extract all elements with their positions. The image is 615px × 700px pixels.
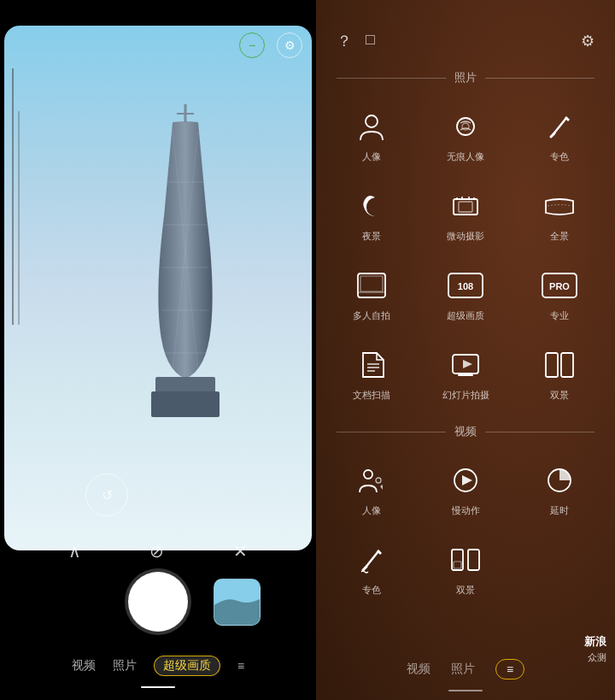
photo-mode-unblemished[interactable]: 无痕人像: [419, 97, 512, 174]
svg-text:PRO: PRO: [549, 281, 570, 291]
video-line-right: [485, 432, 594, 432]
superquality-icon: 108: [447, 267, 484, 304]
v-portrait-icon: [353, 462, 390, 499]
svg-rect-25: [358, 274, 385, 297]
photo-thumbnail[interactable]: [214, 579, 261, 626]
svg-text:108: 108: [458, 281, 473, 291]
slideshow-label: 幻灯片拍摄: [442, 389, 489, 402]
svg-rect-49: [454, 562, 461, 568]
svg-rect-24: [459, 202, 472, 212]
photo-mode-docscan[interactable]: 文档扫描: [325, 336, 419, 412]
unblemished-label: 无痕人像: [447, 150, 484, 163]
camera-panel: − ⚙ ↺ ∧ ⊘ ✕ 视频 照片 超级画质: [0, 0, 316, 700]
pro-label: 专业: [550, 309, 569, 322]
photo-mode-pro[interactable]: PRO 专业: [512, 256, 606, 332]
v-color-label: 专色: [362, 584, 381, 597]
chevron-up-icon[interactable]: ∧: [68, 541, 81, 562]
photo-mode-slideshow[interactable]: 幻灯片拍摄: [419, 336, 512, 412]
right-top-icons: ？ □: [337, 31, 375, 51]
video-mode-slowmo[interactable]: 慢动作: [419, 451, 512, 527]
video-section-label: 视频: [316, 419, 615, 444]
help-icon[interactable]: ？: [337, 31, 352, 51]
photo-mode-color[interactable]: 专色: [512, 97, 606, 174]
v-color-icon: [353, 541, 390, 579]
mode-indicator-bar: [141, 686, 175, 688]
video-mode-portrait[interactable]: 人像: [325, 451, 419, 527]
settings-icon-right[interactable]: ⚙: [581, 32, 594, 50]
video-mode-timelapse[interactable]: 延时: [512, 451, 606, 527]
svg-rect-38: [561, 353, 573, 377]
eye-off-icon[interactable]: ⊘: [149, 541, 164, 562]
panel-content: ？ □ ⚙ 照片 人像: [316, 0, 615, 700]
portrait-label: 人像: [362, 150, 381, 163]
bottom-controls: ∧ ⊘ ✕: [0, 541, 316, 632]
video-mode-color[interactable]: 专色: [325, 531, 419, 607]
shutter-button[interactable]: [128, 572, 188, 632]
mode-video[interactable]: 视频: [72, 658, 96, 674]
timelapse-label: 延时: [550, 504, 569, 517]
photo-mode-dual[interactable]: 双景: [512, 336, 606, 412]
multiselfie-icon: [353, 267, 390, 304]
video-mode-dual[interactable]: 双景: [419, 531, 512, 607]
timer-icon: −: [249, 38, 255, 52]
photos-section-label: 照片: [316, 65, 615, 91]
chat-icon[interactable]: □: [366, 31, 375, 51]
panorama-label: 全景: [550, 230, 569, 243]
svg-point-40: [364, 470, 372, 479]
svg-point-14: [366, 115, 378, 127]
photo-mode-night[interactable]: 夜景: [325, 177, 419, 253]
slowmo-icon: [447, 462, 484, 499]
photos-label: 照片: [454, 70, 477, 85]
mode-photo[interactable]: 照片: [113, 658, 137, 674]
color-label: 专色: [550, 150, 569, 163]
unblemished-icon: [447, 108, 484, 145]
svg-rect-26: [360, 276, 383, 291]
svg-rect-3: [151, 391, 220, 417]
photo-mode-superquality[interactable]: 108 超级画质: [419, 256, 512, 332]
svg-point-16: [462, 123, 469, 130]
photo-mode-panorama[interactable]: 全景: [512, 177, 606, 253]
dual-icon: [541, 346, 578, 384]
settings-icon-left: ⚙: [284, 38, 296, 52]
focus-icon: ↺: [102, 487, 113, 503]
photo-mode-portrait[interactable]: 人像: [325, 97, 419, 174]
flash-off-icon[interactable]: ✕: [233, 541, 248, 562]
settings-button-left[interactable]: ⚙: [277, 32, 302, 58]
v-portrait-label: 人像: [362, 504, 381, 517]
night-label: 夜景: [362, 230, 381, 243]
docscan-icon: [353, 346, 390, 384]
camera-viewfinder: [4, 26, 312, 550]
svg-line-18: [551, 133, 554, 137]
photo-mode-macro[interactable]: 微动摄影: [419, 177, 512, 253]
photos-modes-grid: 人像 无痕人像: [316, 94, 615, 415]
night-icon: [353, 187, 390, 225]
photo-mode-multiselfie[interactable]: 多人自拍: [325, 256, 419, 332]
v-dual-label: 双景: [456, 584, 475, 597]
tower-image: [117, 26, 254, 550]
multiselfie-label: 多人自拍: [353, 309, 390, 322]
macro-label: 微动摄影: [447, 230, 484, 243]
macro-icon: [447, 187, 484, 225]
mode-more[interactable]: ≡: [237, 659, 244, 673]
mode-superpixel[interactable]: 超级画质: [154, 656, 220, 676]
video-line-left: [337, 432, 446, 432]
shutter-row: [0, 572, 316, 632]
control-icons-row: ∧ ⊘ ✕: [0, 541, 316, 562]
top-icons-bar: − ⚙: [239, 32, 302, 58]
portrait-icon: [353, 108, 390, 145]
spacer: [56, 579, 102, 626]
section-line-right: [485, 78, 594, 79]
superquality-label: 超级画质: [447, 309, 484, 322]
svg-rect-48: [468, 550, 479, 570]
svg-rect-37: [546, 353, 558, 377]
modes-panel: ？ □ ⚙ 照片 人像: [316, 0, 615, 700]
right-top-bar: ？ □ ⚙: [316, 0, 615, 62]
pro-icon: PRO: [541, 267, 578, 304]
focus-circle: ↺: [85, 474, 128, 516]
timer-button[interactable]: −: [239, 32, 265, 58]
color-icon: [541, 108, 578, 145]
svg-point-41: [376, 478, 381, 483]
svg-point-15: [457, 118, 474, 135]
panorama-icon: [541, 187, 578, 225]
video-modes-grid: 人像 慢动作: [316, 448, 615, 610]
